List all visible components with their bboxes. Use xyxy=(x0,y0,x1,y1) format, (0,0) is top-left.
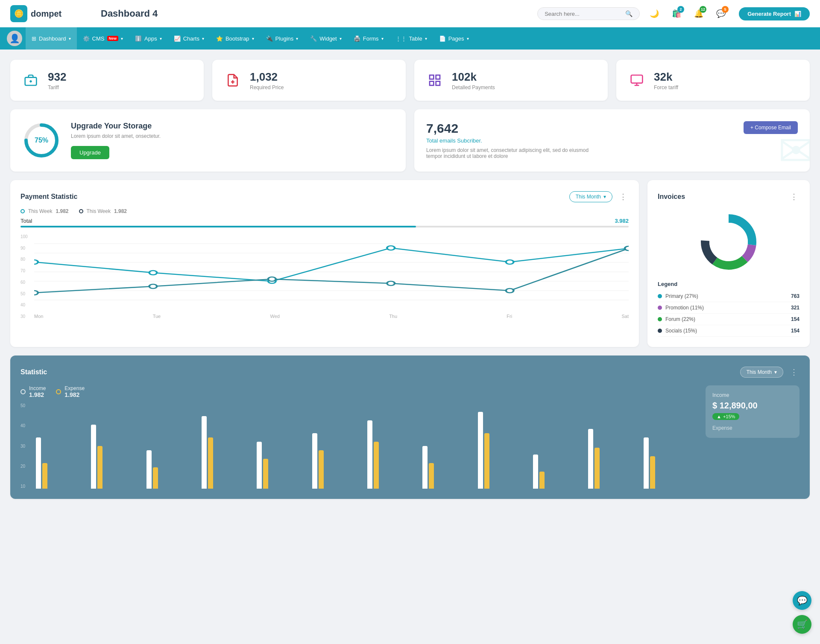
nav-item-bootstrap[interactable]: ⭐ Bootstrap ▾ xyxy=(210,27,260,50)
legend-item-2: This Week 1.982 xyxy=(79,208,127,214)
line-chart-wrapper: 100 90 80 70 60 50 40 30 xyxy=(20,234,629,319)
promotion-value: 321 xyxy=(791,305,800,311)
bar-white-8 xyxy=(478,412,483,489)
nav-plugins-label: Plugins xyxy=(275,35,294,42)
bar-white-3 xyxy=(202,416,207,489)
total-row: Total 3.982 xyxy=(20,218,629,224)
bar-white-0 xyxy=(36,437,41,489)
search-icon: 🔍 xyxy=(625,10,633,17)
invoices-card: Invoices ⋮ Legend xyxy=(647,180,810,347)
bar-chart-area: 50 40 30 20 10 xyxy=(20,403,695,489)
total-bar xyxy=(20,226,629,227)
nav-item-apps[interactable]: ℹ️ Apps ▾ xyxy=(129,27,168,50)
dropdown-chevron-icon: ▾ xyxy=(603,194,606,200)
legend-dot-dark xyxy=(79,209,83,213)
stat-card-payments: 102k Detalled Payments xyxy=(414,60,608,101)
nav-item-forms[interactable]: 🖨️ Forms ▾ xyxy=(348,27,390,50)
bar-yellow-9 xyxy=(539,472,545,489)
svg-rect-8 xyxy=(436,82,440,85)
legend-socials: Socials (15%) 154 xyxy=(658,325,800,337)
table-icon: ⋮⋮ xyxy=(395,35,407,42)
bar-white-1 xyxy=(91,425,96,489)
statistic-header: Statistic This Month ▾ ⋮ xyxy=(20,366,800,379)
charts-chevron: ▾ xyxy=(202,36,204,41)
bar-group-11 xyxy=(644,403,695,489)
payment-card: Payment Statistic This Month ▾ ⋮ This We… xyxy=(10,180,639,347)
bar-yellow-6 xyxy=(374,442,379,489)
income-box-amount: $ 12,890,00 xyxy=(712,401,793,411)
upgrade-button[interactable]: Upgrade xyxy=(71,146,109,159)
pages-chevron: ▾ xyxy=(467,36,469,41)
svg-point-31 xyxy=(506,288,514,293)
storage-info: Upgrade Your Storage Lorem ipsum dolor s… xyxy=(71,122,161,159)
income-box: Income $ 12,890,00 ▲ +15% Expense xyxy=(706,385,800,438)
bar-white-9 xyxy=(533,455,538,489)
storage-card: 75% Upgrade Your Storage Lorem ipsum dol… xyxy=(10,109,406,172)
income-legend-item: Income 1.982 xyxy=(20,385,46,398)
forum-value: 154 xyxy=(791,316,800,322)
nav-item-widget[interactable]: 🔧 Widget ▾ xyxy=(304,27,347,50)
svg-rect-7 xyxy=(430,82,433,85)
email-description: Lorem ipsum dolor sit amet, consectetur … xyxy=(426,147,597,159)
charts-icon: 📈 xyxy=(174,35,181,42)
bar-group-8 xyxy=(478,403,530,489)
bar-white-10 xyxy=(588,429,593,489)
statistic-options-button[interactable]: ⋮ xyxy=(788,366,800,379)
price-icon xyxy=(223,70,243,90)
chat-button[interactable]: 💬 5 xyxy=(713,6,729,21)
bar-yellow-10 xyxy=(594,448,600,489)
legend-value-1: 1.982 xyxy=(56,208,68,214)
bell-button[interactable]: 🔔 12 xyxy=(691,6,706,21)
force-info: 32k Force tariff xyxy=(654,70,678,90)
statistic-title: Statistic xyxy=(20,368,47,376)
moon-button[interactable]: 🌙 xyxy=(647,6,662,21)
bar-groups xyxy=(36,403,695,489)
chart-icon: 📊 xyxy=(794,11,801,17)
x-axis-labels: Mon Tue Wed Thu Fri Sat xyxy=(34,314,629,319)
legend-label-1: This Week xyxy=(28,208,52,214)
price-info: 1,032 Required Price xyxy=(250,70,284,90)
stat-card-force: 32k Force tariff xyxy=(616,60,810,101)
bar-yellow-11 xyxy=(650,456,655,489)
storage-progress: 75% xyxy=(22,121,61,160)
nav-item-cms[interactable]: ⚙️ CMS New ▾ xyxy=(77,27,129,50)
y-axis-labels: 100 90 80 70 60 50 40 30 xyxy=(20,234,28,319)
socials-value: 154 xyxy=(791,328,800,334)
cms-icon: ⚙️ xyxy=(83,35,90,42)
shop-button[interactable]: 🛍️ 2 xyxy=(669,6,684,21)
generate-report-button[interactable]: Generate Report 📊 xyxy=(739,7,810,20)
price-label: Required Price xyxy=(250,85,284,90)
search-input[interactable] xyxy=(545,11,622,17)
main-content: 932 Tariff 1,032 Required Price 102k Det… xyxy=(0,50,820,509)
statistic-this-month-button[interactable]: This Month ▾ xyxy=(740,367,783,378)
socials-label: Socials (15%) xyxy=(665,328,697,334)
logo-icon: 🪙 xyxy=(10,5,27,22)
nav-item-table[interactable]: ⋮⋮ Table ▾ xyxy=(390,27,433,50)
stat-cards: 932 Tariff 1,032 Required Price 102k Det… xyxy=(10,60,810,101)
invoices-options-button[interactable]: ⋮ xyxy=(788,190,800,203)
nav-item-charts[interactable]: 📈 Charts ▾ xyxy=(168,27,210,50)
forms-chevron: ▾ xyxy=(381,36,384,41)
expense-legend-item: Expense 1.982 xyxy=(56,385,85,398)
invoices-title: Invoices xyxy=(658,193,685,201)
donut-chart xyxy=(658,210,800,274)
expense-dot xyxy=(56,389,61,394)
legend-promotion: Promotion (11%) 321 xyxy=(658,302,800,314)
payment-options-button[interactable]: ⋮ xyxy=(618,190,629,203)
legend-label-2: This Week xyxy=(87,208,111,214)
bar-yellow-8 xyxy=(484,433,489,489)
email-info: 7,642 Total emails Subcriber. xyxy=(426,121,482,144)
donut-svg xyxy=(697,210,761,274)
nav-item-plugins[interactable]: 🔌 Plugins ▾ xyxy=(260,27,305,50)
nav-item-pages[interactable]: 📄 Pages ▾ xyxy=(433,27,475,50)
nav-item-dashboard[interactable]: ⊞ Dashboard ▾ xyxy=(26,27,77,50)
socials-color-dot xyxy=(658,329,662,333)
nav-dashboard-label: Dashboard xyxy=(39,35,66,42)
this-month-label: This Month xyxy=(576,194,601,200)
this-month-button[interactable]: This Month ▾ xyxy=(569,191,612,202)
search-bar[interactable]: 🔍 xyxy=(537,7,640,20)
invoices-legend: Legend Primary (27%) 763 Promotion (11%)… xyxy=(658,281,800,337)
bar-group-5 xyxy=(312,403,364,489)
stat-card-price: 1,032 Required Price xyxy=(212,60,406,101)
apps-chevron: ▾ xyxy=(160,36,162,41)
